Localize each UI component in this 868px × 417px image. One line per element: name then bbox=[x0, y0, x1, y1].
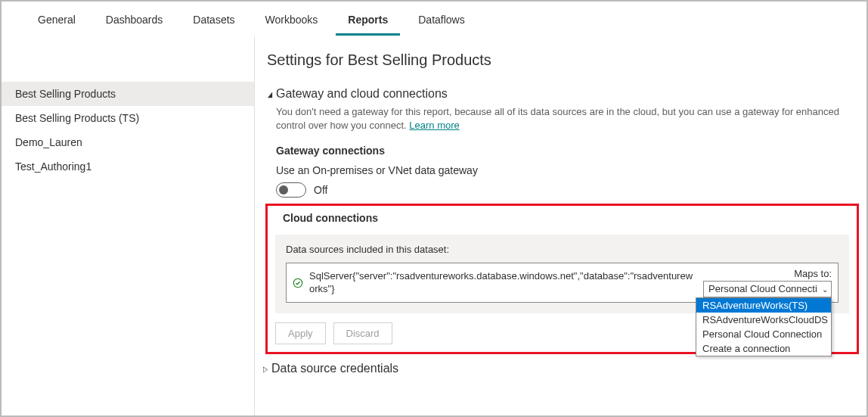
check-circle-icon bbox=[293, 278, 303, 288]
gateway-toggle[interactable] bbox=[276, 182, 306, 198]
credentials-title: Data source credentials bbox=[271, 362, 398, 375]
tab-dataflows[interactable]: Dataflows bbox=[406, 8, 476, 36]
cloud-connections-title: Cloud connections bbox=[283, 212, 849, 224]
cloud-connections-highlight: Cloud connections Data sources included … bbox=[265, 204, 859, 354]
maps-to-select[interactable]: Personal Cloud Connecti ⌄ bbox=[703, 281, 832, 297]
sidebar-item-best-selling-products[interactable]: Best Selling Products bbox=[2, 82, 254, 106]
tab-reports[interactable]: Reports bbox=[336, 8, 400, 36]
sidebar: Best Selling Products Best Selling Produ… bbox=[2, 36, 255, 417]
data-source-credentials-header[interactable]: ▷ Data source credentials bbox=[262, 362, 859, 375]
tab-workbooks[interactable]: Workbooks bbox=[253, 8, 330, 36]
sidebar-item-best-selling-products-ts[interactable]: Best Selling Products (TS) bbox=[2, 106, 254, 130]
dropdown-item-personal-cloud-connection[interactable]: Personal Cloud Connection bbox=[696, 327, 831, 341]
tab-datasets[interactable]: Datasets bbox=[181, 8, 246, 36]
sidebar-item-demo-lauren[interactable]: Demo_Lauren bbox=[2, 130, 254, 154]
content-area: Settings for Best Selling Products ◢ Gat… bbox=[255, 36, 866, 417]
chevron-down-icon: ⌄ bbox=[822, 285, 828, 294]
apply-button[interactable]: Apply bbox=[275, 322, 326, 344]
tab-dashboards[interactable]: Dashboards bbox=[94, 8, 175, 36]
gateway-section-title: Gateway and cloud connections bbox=[276, 87, 448, 101]
datasource-row: SqlServer{"server":"rsadventureworks.dat… bbox=[286, 263, 839, 303]
gateway-row-text: Use an On-premises or VNet data gateway bbox=[276, 164, 859, 176]
page-title: Settings for Best Selling Products bbox=[267, 51, 859, 69]
sidebar-item-test-authoring1[interactable]: Test_Authoring1 bbox=[2, 154, 254, 179]
tab-general[interactable]: General bbox=[26, 8, 88, 36]
toggle-knob bbox=[279, 185, 288, 194]
datasource-text: SqlServer{"server":"rsadventureworks.dat… bbox=[309, 270, 697, 296]
toggle-label: Off bbox=[314, 184, 327, 196]
dropdown-item-rsadventureworks-ts[interactable]: RSAdventureWorks(TS) bbox=[696, 298, 831, 313]
dropdown-item-rsadventureworks-cloud-ds[interactable]: RSAdventureWorksCloudDS bbox=[696, 313, 831, 327]
tabs-bar: General Dashboards Datasets Workbooks Re… bbox=[2, 2, 866, 36]
expand-icon: ▷ bbox=[263, 365, 268, 373]
collapse-icon: ◢ bbox=[268, 90, 272, 98]
cloud-connections-box: Data sources included in this dataset: S… bbox=[275, 235, 849, 313]
discard-button[interactable]: Discard bbox=[333, 322, 392, 344]
dropdown-item-create-connection[interactable]: Create a connection bbox=[696, 341, 831, 356]
learn-more-link[interactable]: Learn more bbox=[409, 120, 459, 131]
maps-to-label: Maps to: bbox=[703, 268, 832, 279]
gateway-section-header[interactable]: ◢ Gateway and cloud connections bbox=[267, 87, 859, 101]
gateway-connections-title: Gateway connections bbox=[276, 145, 859, 157]
maps-to-dropdown: RSAdventureWorks(TS) RSAdventureWorksClo… bbox=[696, 297, 832, 356]
included-datasets-label: Data sources included in this dataset: bbox=[286, 244, 839, 255]
gateway-section-desc: You don't need a gateway for this report… bbox=[276, 105, 859, 132]
